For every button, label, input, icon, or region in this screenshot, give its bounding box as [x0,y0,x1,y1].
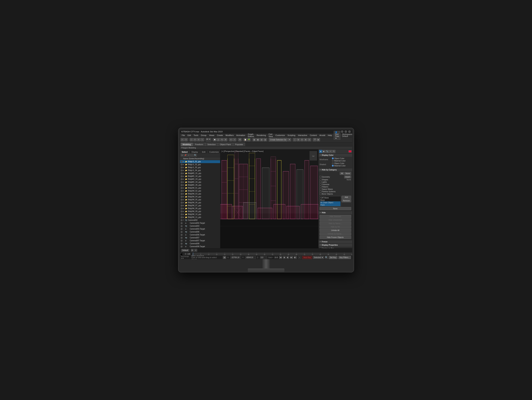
key-filters-button[interactable]: Key Filters... [338,256,351,259]
expand-arrow[interactable]: ▶ [183,181,185,183]
hide-frozen-btn[interactable]: Hide Frozen Objects [320,236,351,239]
viewport-3d[interactable]: [+] [Perspective] [Standard] [Facets + E… [220,149,318,248]
expand-arrow[interactable]: ▶ [183,205,185,206]
expand-arrow[interactable]: ▶ [183,190,185,192]
add-key-btn[interactable]: + [298,256,301,259]
render-frame[interactable]: 🎬 [313,138,316,141]
play-btn[interactable]: ▶ [286,256,289,259]
wireframe-object-color[interactable]: Object Color [332,157,346,160]
list-item[interactable]: ▼📷Camera002 [180,219,220,222]
hide-unselected-btn[interactable]: Hide Unselected [320,218,351,222]
list-item[interactable]: ▶📁BldgSM_05_grp [180,198,220,201]
list-item[interactable]: ▶📁BldgLG_02_grp [180,163,220,166]
list-item[interactable]: 📷Camera008 [180,242,220,245]
menu-views[interactable]: Views [208,134,215,137]
collapse-all-btn[interactable]: - [190,154,194,157]
list-item[interactable]: ▶📁BldgSM_09_grp [180,210,220,213]
pin-btn[interactable]: 📌 [184,154,187,157]
utilities-icon[interactable]: 🔧 [326,150,329,153]
cat-all-btn[interactable]: All [340,172,344,175]
scene-tab-customize[interactable]: Customize [208,150,221,154]
expand-arrow[interactable]: ▶ [183,196,185,197]
go-end-btn[interactable]: ▶| [294,256,297,259]
visibility-icon[interactable] [181,175,183,177]
tab-selection[interactable]: Selection [205,143,218,146]
list-item-point[interactable]: Point [320,204,341,206]
menu-interactive[interactable]: Interactive [297,134,308,137]
visibility-icon[interactable] [181,243,183,245]
maximize-button[interactable]: □ [345,130,347,133]
expand-arrow[interactable]: ▶ [183,193,185,195]
display-properties-header[interactable]: Display Properties [318,243,352,246]
expand-all-btn[interactable]: + [187,154,190,157]
shapes-checkbox[interactable]: Shapes None [320,179,351,181]
hide-selected-btn[interactable]: Hide Selected [320,215,351,218]
list-item[interactable]: ▶📁BldgSM_08_grp [180,207,220,210]
minimize-button[interactable]: ─ [341,130,343,133]
visibility-icon[interactable] [181,166,183,168]
menu-modifiers[interactable]: Modifiers [224,134,235,137]
scene-explorer-btn[interactable]: 🌳 [247,138,251,141]
toolbar-icon-e[interactable]: ⊡ [308,138,311,141]
angle-snap[interactable]: ∠ [217,138,220,141]
redo-button[interactable]: ↪ [184,138,188,141]
expand-arrow[interactable]: ▶ [183,175,185,177]
list-item[interactable]: ▶📁BldgSM_10_grp [180,213,220,216]
list-item-catbone[interactable]: CAT Bone [320,197,341,199]
list-item[interactable]: ▶📁BldgSM_03_grp [180,192,220,195]
visibility-icon[interactable] [181,228,183,230]
layer-option-2[interactable]: ≡ [194,249,197,252]
visibility-icon[interactable] [181,161,183,163]
create-sel-dropdown[interactable]: ▼ [288,138,291,141]
helpers-checkbox[interactable]: Helpers [320,186,351,188]
list-item[interactable]: ▶📁BldgSM_11_grp [180,216,220,219]
list-item[interactable]: ⊕Camera008.Target [180,245,220,248]
list-item[interactable]: ▶📁BldgSM_04_grp [180,195,220,198]
align-tool[interactable]: ≡ [233,138,236,141]
expand-arrow[interactable]: ▶ [183,199,185,200]
expand-arrow[interactable]: ▶ [183,164,185,165]
spinner-snap[interactable]: ⚙ [224,138,227,141]
percent-snap[interactable]: % [220,138,224,141]
expand-arrow[interactable]: ▶ [183,216,185,218]
timeline-expand[interactable]: ◀ [180,252,183,256]
modify-icon[interactable]: ✎ [332,150,335,153]
close-panel-btn[interactable]: ✕ [181,154,184,157]
tab-freeform[interactable]: Freeform [193,143,205,146]
motion-icon[interactable]: ▶ [323,150,325,153]
list-item[interactable]: 📷Camera006 [180,230,220,234]
visibility-icon[interactable] [181,184,183,186]
menu-arnold[interactable]: Arnold [318,134,326,137]
list-item[interactable]: ⊕Camera003.Target [180,228,220,230]
visibility-icon[interactable] [181,187,183,189]
expand-arrow[interactable]: ▶ [183,170,185,171]
go-start-btn[interactable]: |◀ [279,256,282,259]
next-frame-btn[interactable]: ▶| [290,256,293,259]
toolbar-icon-b[interactable]: ⊞ [297,138,300,141]
bone-checkbox[interactable]: Bone Objects [320,193,351,195]
list-item[interactable]: 📷Camera003 [180,225,220,228]
menu-civil-view[interactable]: Civil View [267,133,274,138]
toolbar-icon-d[interactable]: ⊠ [304,138,307,141]
expand-arrow[interactable]: ▶ [183,161,185,162]
menu-tools[interactable]: Tools [192,134,199,137]
grid-btn3[interactable]: ▤ [260,138,263,141]
set-key-button[interactable]: Set Key [329,256,338,259]
wireframe-material-color[interactable]: Material Color [332,160,346,162]
visibility-icon[interactable] [181,181,183,183]
expand-arrow[interactable]: ▼ [183,219,185,221]
expand-arrow[interactable]: ▶ [183,214,185,215]
visibility-icon[interactable] [181,172,183,174]
hide-by-hit-btn[interactable]: Hide by Hit [320,225,351,228]
visibility-icon[interactable] [181,222,183,224]
list-item-ikchain[interactable]: IK Chain Object [320,201,341,204]
visibility-icon[interactable] [181,170,183,171]
hide-category-header[interactable]: Hide by Category [318,168,352,171]
toolbar-icon-a[interactable]: | [293,138,296,141]
bone-types-none-btn[interactable]: None [320,207,351,210]
expand-arrow[interactable]: ▶ [183,172,185,174]
visibility-icon[interactable] [181,210,183,212]
selection-filter[interactable]: All ▼ [206,138,211,142]
geometry-checkbox[interactable]: Geometry [320,176,344,178]
list-item[interactable]: ▶📁BldgSM_01_grp [180,186,220,190]
